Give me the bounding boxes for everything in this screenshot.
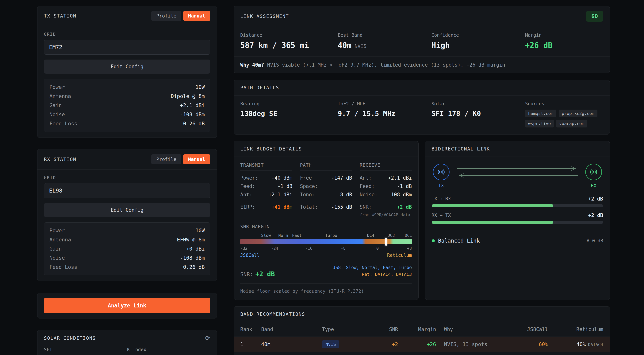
tx-profile-button[interactable]: Profile [151,11,181,21]
refresh-icon[interactable]: ⟳ [205,335,210,341]
reverse-bar-head: RX → TX +2 dB [432,212,603,218]
k-index-label: K-Index [127,347,210,352]
stat-row: Noise-108 dBm [50,110,205,119]
solar-conditions-panel: SOLAR CONDITIONS ⟳ SFI 178 K-Index 0 Qui… [37,330,217,355]
col-js8call: JS8Call [491,326,548,332]
path-details-title: PATH DETAILS [240,85,279,90]
tx-grid-input[interactable] [44,40,210,55]
rx-grid-input[interactable] [44,183,210,198]
col-why: Why [436,326,491,332]
budget-row: Feed:-1 dB [360,182,412,190]
balance-status: Balanced Link [432,238,480,244]
rx-stats-box: Power10W AntennaEFHW @ 8m Gain+0 dBi Noi… [44,222,210,275]
path-title: PATH [300,162,352,171]
stat-label: Antenna [50,235,71,244]
metric-value: 587 km / 365 mi [240,41,338,50]
table-row[interactable]: 1 40m NVIS +2 +26 NVIS, 13 spots 60% 40%… [234,336,610,352]
stat-label: Noise [50,253,65,262]
tx-broadcast-icon [433,164,450,180]
direction-bars: TX → RX +2 dB RX → TX +2 dB [432,196,603,224]
ret-modes-line: Ret: DATAC4, DATAC3 [333,271,412,278]
type-badge: NVIS [322,340,339,348]
right-column: LINK ASSESSMENT GO Distance 587 km / 365… [234,6,610,355]
stat-row: Feed Loss0.26 dB [50,119,205,128]
col-type: Type [322,326,366,332]
bidirectional-panel: BIDIRECTIONAL LINK [425,141,610,300]
rx-manual-button[interactable]: Manual [183,154,210,164]
forward-label: TX → RX [432,196,451,201]
link-budget-title: LINK BUDGET DETAILS [240,146,302,152]
stat-row: Feed Loss0.26 dB [50,262,205,272]
snr-margin-title: SNR MARGIN [240,224,412,229]
stat-label: Gain [50,101,62,110]
snr-note: from WSPR/VOACAP data [360,213,412,217]
rx-grid-label: GRID [44,175,210,180]
stat-row: Power10W [50,226,205,235]
stat-value: Dipole @ 8m [171,92,205,101]
js8-modes-line: JS8: Slow, Normal, Fast, Turbo [333,264,412,271]
budget-bidirectional-row: LINK BUDGET DETAILS TRANSMIT Power:+40 d… [234,141,610,300]
rx-profile-button[interactable]: Profile [151,154,181,164]
metric-label: Margin [525,33,603,38]
source-chip: hamqsl.com [525,110,556,117]
tx-station-panel: TX STATION Profile Manual GRID Edit Conf… [37,6,217,138]
table-header-row: Rank Band Type SNR Margin Why JS8Call Re… [234,322,610,336]
bearing-value: 138deg SE [240,110,338,117]
solar-path-block: Solar SFI 178 / K0 [432,101,525,128]
source-chip: prop.kc2g.com [559,110,598,117]
rx-node-label: RX [591,183,596,188]
path-column: PATH Free Space:-147 dB Iono:-8 dB Total… [300,162,352,217]
table-row[interactable]: 2 40m NVIS -19 +5 NVIS, model predicts g… [234,352,610,355]
rx-station-body: GRID Edit Config Power10W AntennaEFHW @ … [38,170,217,281]
stat-label: Feed Loss [50,119,77,128]
reverse-progress-bar [432,221,603,224]
metric-confidence: Confidence High [432,33,525,50]
stat-label: Noise [50,110,65,119]
path-details-header: PATH DETAILS [234,80,610,96]
sfi-block: SFI 178 [44,347,127,355]
link-budget-panel: LINK BUDGET DETAILS TRANSMIT Power:+40 d… [234,141,418,300]
go-badge[interactable]: GO [586,11,603,22]
rx-edit-config-button[interactable]: Edit Config [44,203,210,217]
analyze-link-button[interactable]: Analyze Link [44,298,210,313]
snr-result: SNR:+2 dB [240,270,275,278]
ret-mode: DATAC4 [588,342,603,347]
forward-value: +2 dB [588,196,603,202]
stat-row: Noise-108 dBm [50,253,205,262]
js8call-label: JS8Call [240,253,260,258]
metric-suffix: NVIS [354,43,366,49]
link-arrows-icon [455,164,580,180]
stat-row: Gain+0 dBi [50,244,205,253]
reverse-label: RX → TX [432,213,451,218]
transmit-title: TRANSMIT [240,162,292,171]
tx-stats-box: Power10W AntennaDipole @ 8m Gain+2.1 dBi… [44,79,210,132]
col-reticulum: Reticulum [548,326,603,332]
rx-mode-toggle: Profile Manual [151,154,210,164]
bearing-block: Bearing 138deg SE [240,101,338,128]
snr-row: SNR:+2 dB [360,201,412,211]
link-assessment-panel: LINK ASSESSMENT GO Distance 587 km / 365… [234,6,610,73]
tx-mode-toggle: Profile Manual [151,11,210,21]
forward-progress-bar [432,204,603,207]
snr-margin-section: SNR MARGIN Slow Norm Fast Turbo DC4 DC3 … [240,224,412,294]
eirp-row: EIRP:+41 dBm [240,201,292,211]
budget-row: Ant:+2.1 dBi [240,190,292,199]
solar-header: SOLAR CONDITIONS ⟳ [38,330,217,346]
fof2-block: foF2 / MUF 9.7 / 15.5 MHz [338,101,432,128]
rx-station-panel: RX STATION Profile Manual GRID Edit Conf… [37,149,217,281]
stat-value: -108 dBm [180,253,205,262]
budget-row: Free Space:-147 dB [300,174,352,190]
metric-value: High [432,41,525,50]
stat-value: 0.26 dB [183,119,205,128]
rx-station-header: RX STATION Profile Manual [38,149,217,170]
col-rank: Rank [240,326,261,332]
budget-row: Iono:-8 dB [300,190,352,199]
sources-label: Sources [525,101,603,107]
link-assessment-title: LINK ASSESSMENT [240,14,289,19]
link-budget-body: TRANSMIT Power:+40 dBm Feed:-1 dB Ant:+2… [234,157,418,300]
why-text: NVIS viable (7.1 MHz < foF2 9.7 MHz), li… [267,62,505,68]
metric-value: 40mNVIS [338,41,432,50]
tx-edit-config-button[interactable]: Edit Config [44,60,210,74]
tx-manual-button[interactable]: Manual [183,11,210,21]
col-margin: Margin [398,326,436,332]
